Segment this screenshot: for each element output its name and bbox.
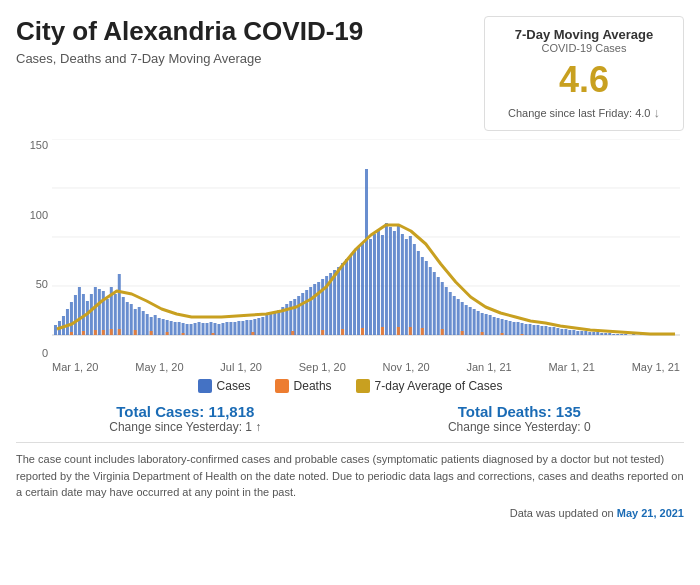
total-deaths-label: Total Deaths: 135	[448, 403, 591, 420]
svg-rect-28	[146, 314, 149, 335]
svg-rect-127	[540, 326, 543, 335]
svg-rect-169	[150, 331, 153, 335]
svg-rect-179	[397, 327, 400, 335]
svg-rect-87	[381, 235, 384, 335]
svg-rect-139	[588, 332, 591, 335]
svg-rect-121	[517, 322, 520, 335]
svg-rect-146	[616, 334, 619, 335]
svg-rect-117	[501, 319, 504, 335]
total-cases-change: Change since Yesterday: 1 ↑	[109, 420, 261, 434]
svg-rect-111	[477, 311, 480, 335]
svg-rect-11	[78, 287, 81, 335]
svg-rect-71	[317, 282, 320, 335]
svg-rect-182	[441, 329, 444, 335]
svg-rect-77	[341, 263, 344, 335]
deaths-swatch	[275, 379, 289, 393]
svg-rect-98	[425, 261, 428, 335]
svg-rect-42	[202, 323, 205, 335]
svg-rect-90	[393, 231, 396, 335]
svg-rect-59	[269, 314, 272, 335]
svg-rect-30	[154, 315, 157, 335]
updated-date: May 21, 2021	[617, 507, 684, 519]
svg-rect-84	[369, 239, 372, 335]
svg-rect-51	[237, 321, 240, 335]
svg-rect-43	[206, 323, 209, 335]
chart-legend: Cases Deaths 7-day Average of Cases	[16, 379, 684, 393]
page-subtitle: Cases, Deaths and 7-Day Moving Average	[16, 51, 363, 66]
svg-rect-49	[229, 322, 232, 335]
totals-row: Total Cases: 11,818 Change since Yesterd…	[16, 403, 684, 434]
svg-rect-99	[429, 267, 432, 335]
svg-rect-181	[421, 328, 424, 335]
svg-rect-141	[596, 332, 599, 335]
info-box: 7-Day Moving Average COVID-19 Cases 4.6 …	[484, 16, 684, 131]
svg-rect-104	[449, 292, 452, 335]
svg-rect-9	[70, 302, 73, 335]
svg-rect-15	[94, 287, 97, 335]
svg-rect-106	[457, 299, 460, 335]
svg-rect-125	[532, 325, 535, 335]
svg-rect-61	[277, 310, 280, 335]
total-deaths-change: Change since Yesterday: 0	[448, 420, 591, 434]
svg-rect-69	[309, 287, 312, 335]
svg-rect-80	[353, 251, 356, 335]
svg-rect-88	[385, 223, 388, 335]
svg-rect-47	[221, 323, 224, 335]
svg-rect-89	[389, 227, 392, 335]
svg-rect-137	[580, 331, 583, 335]
svg-rect-165	[102, 330, 105, 335]
footnote-text: The case count includes laboratory-confi…	[16, 451, 684, 501]
svg-rect-173	[251, 332, 254, 335]
svg-rect-91	[397, 224, 400, 335]
svg-rect-109	[469, 307, 472, 335]
svg-rect-100	[433, 272, 436, 335]
legend-cases: Cases	[198, 379, 251, 393]
down-arrow-icon: ↓	[654, 105, 661, 120]
chart-wrapper: 150 100 50 0	[52, 139, 680, 373]
y-axis-labels: 150 100 50 0	[20, 139, 48, 359]
svg-rect-168	[134, 330, 137, 335]
svg-rect-39	[190, 324, 193, 335]
total-cases-label: Total Cases: 11,818	[109, 403, 261, 420]
svg-rect-75	[333, 270, 336, 335]
svg-rect-18	[106, 299, 109, 335]
svg-rect-40	[194, 323, 197, 335]
svg-rect-31	[158, 318, 161, 335]
svg-rect-58	[265, 315, 268, 335]
infobox-subtitle: COVID-19 Cases	[503, 42, 665, 54]
svg-rect-101	[437, 277, 440, 335]
cases-legend-label: Cases	[217, 379, 251, 393]
svg-rect-76	[337, 267, 340, 335]
svg-rect-68	[305, 290, 308, 335]
svg-rect-170	[166, 332, 169, 335]
svg-rect-172	[211, 333, 214, 335]
svg-rect-129	[548, 327, 551, 335]
infobox-change-label: Change since last Friday:	[508, 107, 632, 119]
legend-avg: 7-day Average of Cases	[356, 379, 503, 393]
section-divider	[16, 442, 684, 443]
svg-rect-46	[217, 324, 220, 335]
svg-rect-136	[576, 331, 579, 335]
svg-rect-8	[66, 309, 69, 335]
svg-rect-128	[544, 326, 547, 335]
svg-rect-86	[377, 229, 380, 335]
svg-rect-16	[98, 289, 101, 335]
svg-rect-83	[365, 169, 368, 335]
svg-rect-96	[417, 251, 420, 335]
svg-rect-176	[341, 329, 344, 335]
svg-rect-178	[381, 327, 384, 335]
svg-rect-177	[361, 328, 364, 335]
legend-deaths: Deaths	[275, 379, 332, 393]
svg-rect-22	[122, 297, 125, 335]
svg-rect-140	[592, 332, 595, 335]
svg-rect-124	[528, 324, 531, 335]
svg-rect-102	[441, 282, 444, 335]
svg-rect-130	[552, 327, 555, 335]
svg-rect-105	[453, 296, 456, 335]
total-cases-block: Total Cases: 11,818 Change since Yesterd…	[109, 403, 261, 434]
infobox-title: 7-Day Moving Average	[503, 27, 665, 42]
svg-rect-185	[501, 333, 504, 335]
svg-rect-65	[293, 299, 296, 335]
infobox-change-value: 4.0	[635, 107, 650, 119]
svg-rect-144	[608, 333, 611, 335]
